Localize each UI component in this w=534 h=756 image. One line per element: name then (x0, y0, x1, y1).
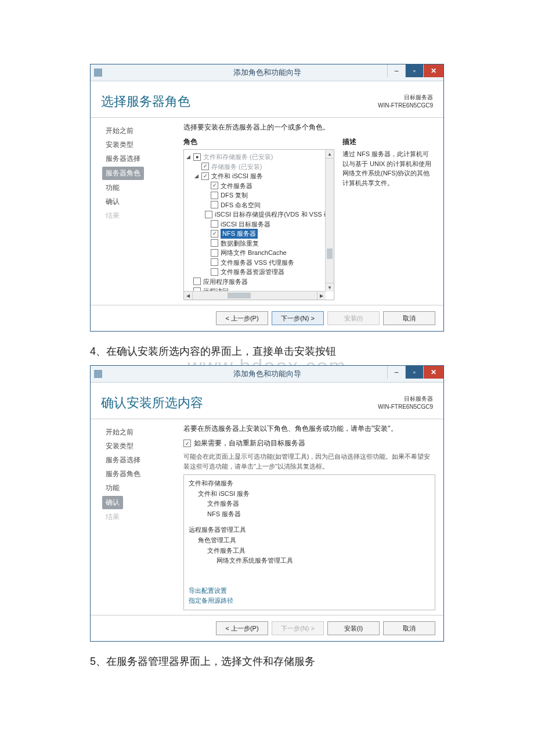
checkbox[interactable] (211, 268, 218, 276)
sidebar-item[interactable]: 结果 (102, 209, 183, 222)
role-description: 通过 NFS 服务器，此计算机可以与基于 UNIX 的计算机和使用网络文件系统(… (342, 149, 435, 188)
prev-button[interactable]: < 上一步(P) (216, 311, 268, 325)
install-button[interactable]: 安装(I) (327, 621, 380, 635)
list-item: 文件服务工具 (189, 546, 430, 556)
prev-button[interactable]: < 上一步(P) (216, 621, 268, 635)
checkbox[interactable] (211, 201, 218, 208)
wizard-sidebar: 开始之前安装类型服务器选择服务器角色功能确认结果 (91, 118, 183, 305)
titlebar: 添加角色和功能向导 – ▫ ✕ (91, 64, 443, 81)
auto-restart-label: 如果需要，自动重新启动目标服务器 (194, 438, 305, 448)
tree-item[interactable]: 文件服务器资源管理器 (185, 267, 333, 277)
sidebar-item[interactable]: 确认 (102, 496, 123, 509)
scroll-right-icon[interactable]: ▶ (317, 291, 326, 300)
checkbox[interactable] (193, 153, 201, 161)
list-item: 网络文件系统服务管理工具 (189, 556, 430, 566)
page-title: 确认安装所选内容 (101, 394, 203, 412)
checkbox[interactable] (211, 220, 218, 228)
auto-restart-checkbox[interactable]: ✓ (183, 440, 191, 447)
checkbox[interactable] (201, 163, 209, 170)
tree-item[interactable]: 文件服务器 (185, 181, 333, 191)
sidebar-item[interactable]: 安装类型 (102, 138, 183, 152)
list-item: 文件和 iSCSI 服务 (189, 489, 430, 499)
roles-label: 角色 (183, 137, 334, 147)
wizard-window-confirm: 添加角色和功能向导 – ▫ ✕ 确认安装所选内容 目标服务器 WIN-FTRE6… (90, 365, 444, 642)
checkbox[interactable] (211, 249, 218, 257)
checkbox[interactable] (205, 211, 212, 218)
tree-item[interactable]: ◢文件和存储服务 (已安装) (185, 152, 333, 162)
wizard-sidebar: 开始之前安装类型服务器选择服务器角色功能确认结果 (91, 419, 183, 615)
tree-item[interactable]: 应用程序服务器 (185, 277, 333, 287)
tree-item-label: 文件和存储服务 (已安装) (203, 152, 273, 162)
maximize-button[interactable]: ▫ (405, 64, 423, 77)
minimize-button[interactable]: – (387, 366, 405, 379)
next-button[interactable]: 下一步(N) > (272, 311, 324, 325)
tree-item[interactable]: ◢文件和 iSCSI 服务 (185, 171, 333, 181)
close-button[interactable]: ✕ (423, 366, 443, 379)
expand-icon[interactable]: ◢ (193, 172, 199, 181)
tree-item-label: DFS 命名空间 (221, 200, 261, 210)
sidebar-item[interactable]: 结果 (102, 510, 183, 524)
app-icon (94, 69, 102, 77)
tree-item-label: iSCSI 目标服务器 (221, 219, 270, 229)
scroll-thumb[interactable] (327, 249, 333, 259)
tree-item[interactable]: iSCSI 目标存储提供程序(VDS 和 VSS 硬件) (185, 210, 333, 219)
destination-info: 目标服务器 WIN-FTRE6N5CGC9 (378, 395, 433, 411)
horizontal-scrollbar[interactable]: ◀ ▶ (184, 291, 326, 300)
tree-item-label: 文件服务器 (221, 181, 252, 191)
sidebar-item[interactable]: 开始之前 (102, 426, 183, 439)
tree-item[interactable]: 数据删除重复 (185, 239, 333, 249)
checkbox[interactable] (201, 172, 209, 180)
destination-label: 目标服务器 (378, 395, 433, 403)
sidebar-item[interactable]: 功能 (102, 181, 183, 195)
tree-item-label: 文件和 iSCSI 服务 (211, 171, 263, 181)
optional-features-note: 可能会在此页面上显示可选功能(如管理工具)，因为已自动选择这些功能。如果不希望安… (183, 452, 435, 471)
sidebar-item[interactable]: 服务器角色 (102, 467, 183, 481)
tree-item-label: DFS 复制 (221, 190, 248, 200)
description-label: 描述 (342, 137, 435, 147)
tree-item[interactable]: 存储服务 (已安装) (185, 162, 333, 172)
checkbox[interactable] (211, 230, 218, 237)
step-4-text: 4、在确认安装所选内容的界面上，直接单击安装按钮 (90, 344, 444, 358)
tree-item-label: 应用程序服务器 (203, 277, 248, 287)
hscroll-thumb[interactable] (228, 293, 251, 298)
checkbox[interactable] (211, 239, 218, 247)
list-item: 文件和存储服务 (189, 478, 430, 489)
sidebar-item[interactable]: 服务器选择 (102, 453, 183, 467)
tree-item[interactable]: 文件服务器 VSS 代理服务 (185, 258, 333, 268)
tree-item[interactable]: DFS 命名空间 (185, 200, 333, 210)
checkbox[interactable] (193, 278, 201, 285)
sidebar-item[interactable]: 服务器角色 (102, 167, 144, 180)
scroll-up-icon[interactable]: ▲ (326, 150, 334, 159)
export-config-link[interactable]: 导出配置设置 指定备用源路径 (189, 586, 233, 606)
maximize-button[interactable]: ▫ (405, 366, 423, 379)
titlebar: 添加角色和功能向导 – ▫ ✕ (91, 366, 443, 383)
roles-tree[interactable]: ◢文件和存储服务 (已安装)存储服务 (已安装)◢文件和 iSCSI 服务文件服… (183, 149, 334, 300)
tree-item-label: 文件服务器资源管理器 (221, 267, 284, 277)
sidebar-item[interactable]: 开始之前 (102, 124, 183, 138)
close-button[interactable]: ✕ (423, 64, 443, 77)
tree-item[interactable]: DFS 复制 (185, 190, 333, 200)
minimize-button[interactable]: – (387, 64, 405, 77)
sidebar-item[interactable]: 服务器选择 (102, 152, 183, 165)
cancel-button[interactable]: 取消 (383, 621, 435, 635)
expand-icon[interactable]: ◢ (185, 153, 191, 161)
tree-item[interactable]: iSCSI 目标服务器 (185, 219, 333, 229)
checkbox[interactable] (211, 258, 218, 266)
destination-info: 目标服务器 WIN-FTRE6N5CGC9 (378, 93, 433, 110)
scroll-down-icon[interactable]: ▼ (326, 283, 334, 291)
cancel-button[interactable]: 取消 (383, 311, 435, 325)
destination-value: WIN-FTRE6N5CGC9 (378, 102, 433, 110)
checkbox[interactable] (211, 192, 218, 199)
tree-item-label: NFS 服务器 (221, 229, 258, 239)
list-item: 文件服务器 (189, 499, 430, 509)
instruction-text: 选择要安装在所选服务器上的一个或多个角色。 (183, 123, 435, 132)
vertical-scrollbar[interactable]: ▲ ▼ (325, 150, 334, 291)
wizard-window-roles: 添加角色和功能向导 – ▫ ✕ 选择服务器角色 目标服务器 WIN-FTRE6N… (90, 64, 444, 332)
sidebar-item[interactable]: 确认 (102, 195, 183, 208)
scroll-left-icon[interactable]: ◀ (184, 291, 193, 300)
sidebar-item[interactable]: 安装类型 (102, 440, 183, 453)
tree-item[interactable]: NFS 服务器 (185, 229, 333, 239)
checkbox[interactable] (211, 182, 218, 189)
tree-item[interactable]: 网络文件 BranchCache (185, 248, 333, 258)
sidebar-item[interactable]: 功能 (102, 481, 183, 495)
